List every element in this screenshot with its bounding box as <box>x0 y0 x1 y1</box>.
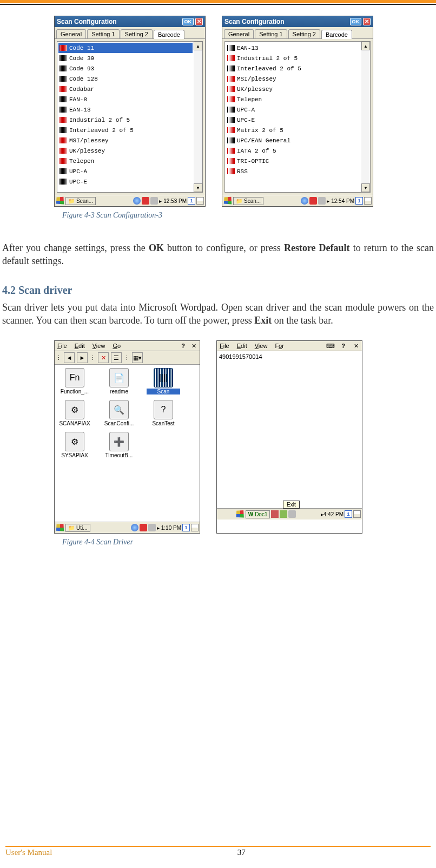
list-item[interactable]: UPC-A <box>58 166 193 176</box>
file-icon[interactable]: ⚙SYSAPIAX <box>58 432 91 458</box>
close-button[interactable]: ✕ <box>363 18 371 25</box>
tray-icon[interactable] <box>280 510 287 518</box>
tray-icon[interactable] <box>271 510 279 518</box>
file-icon[interactable]: ➕TimeoutB... <box>102 432 136 458</box>
tray-icon[interactable] <box>150 197 158 205</box>
ok-button[interactable]: OK <box>350 18 362 25</box>
desktop-button[interactable] <box>364 197 372 205</box>
file-icon[interactable]: 📄readme <box>102 368 136 394</box>
list-item[interactable]: Code 39 <box>58 53 193 63</box>
tab-setting2[interactable]: Setting 2 <box>121 29 153 38</box>
menu-edit[interactable]: Edit <box>73 342 87 350</box>
tab-setting2[interactable]: Setting 2 <box>288 29 320 38</box>
forward-button[interactable]: ► <box>77 352 88 363</box>
menu-file[interactable]: File <box>56 342 69 350</box>
keyboard-button[interactable]: 1 <box>355 197 363 205</box>
close-button[interactable]: ✕ <box>191 343 196 350</box>
list-item[interactable]: Interleaved 2 of 5 <box>58 125 193 135</box>
start-icon[interactable] <box>56 196 64 205</box>
start-icon[interactable] <box>223 196 232 205</box>
tray-icon[interactable] <box>309 197 317 205</box>
scroll-track[interactable] <box>194 50 202 183</box>
list-item[interactable]: UPC-E <box>226 115 360 125</box>
file-icon[interactable]: ⚙SCANAPIAX <box>58 400 91 426</box>
list-item[interactable]: UPC-A <box>226 104 360 115</box>
list-item[interactable]: Industrial 2 of 5 <box>58 115 193 125</box>
scroll-up-button[interactable]: ▲ <box>194 42 202 50</box>
tab-barcode[interactable]: Barcode <box>154 30 184 39</box>
list-item[interactable]: IATA 2 of 5 <box>226 146 360 156</box>
list-item[interactable]: Industrial 2 of 5 <box>226 53 360 63</box>
desktop-button[interactable] <box>353 510 361 518</box>
scroll-down-button[interactable]: ▼ <box>361 183 370 192</box>
list-item[interactable]: UK/plessey <box>226 84 360 94</box>
help-icon[interactable]: ? <box>341 343 345 349</box>
list-item[interactable]: Code 93 <box>58 63 193 74</box>
menu-go[interactable]: Go <box>111 342 122 350</box>
keyboard-button[interactable]: 1 <box>188 197 195 205</box>
task-button[interactable]: 📁Scan... <box>233 197 263 205</box>
list-item[interactable]: UPC/EAN General <box>226 135 360 146</box>
scroll-track[interactable] <box>361 50 370 183</box>
file-icon[interactable]: ?ScanTest <box>147 400 180 426</box>
file-icon[interactable]: ||||Scan <box>147 368 180 394</box>
view-button[interactable]: ▦▾ <box>132 352 143 363</box>
scroll-down-button[interactable]: ▼ <box>194 183 202 192</box>
task-button[interactable]: 📁Scan... <box>65 197 96 205</box>
scrollbar[interactable]: ▲ ▼ <box>361 42 370 192</box>
tray-icon[interactable] <box>301 197 308 205</box>
help-icon[interactable]: ? <box>181 343 185 349</box>
menu-edit[interactable]: Edit <box>235 342 249 350</box>
close-button[interactable]: ✕ <box>354 343 359 350</box>
menu-view[interactable]: View <box>253 342 269 350</box>
list-item[interactable]: EAN-13 <box>58 104 193 115</box>
menu-format[interactable]: For <box>273 342 286 350</box>
desktop-button[interactable] <box>191 524 199 531</box>
list-item[interactable]: UK/plessey <box>58 146 193 156</box>
tab-general[interactable]: General <box>56 29 86 38</box>
document-area[interactable]: 4901991570014 <box>217 351 362 508</box>
list-item[interactable]: MSI/plessey <box>58 135 193 146</box>
keyboard-button[interactable]: 1 <box>345 510 352 518</box>
list-item[interactable]: Matrix 2 of 5 <box>226 125 360 135</box>
task-button[interactable]: WDoc1 <box>246 510 270 518</box>
file-icon[interactable]: FnFunction_... <box>58 368 91 394</box>
list-item[interactable]: EAN-13 <box>226 43 360 53</box>
tray-icon[interactable] <box>133 197 141 205</box>
desktop-button[interactable] <box>196 197 204 205</box>
list-item[interactable]: EAN-8 <box>58 94 193 104</box>
tray-icon[interactable] <box>148 524 156 531</box>
list-item[interactable]: Code 11 <box>58 43 193 53</box>
start-icon[interactable] <box>236 510 245 518</box>
keyboard-icon[interactable]: ⌨ <box>326 343 335 350</box>
list-item[interactable]: Telepen <box>226 94 360 104</box>
tab-setting1[interactable]: Setting 1 <box>255 29 287 38</box>
start-icon[interactable] <box>56 523 64 532</box>
tray-icon[interactable] <box>131 524 138 531</box>
tray-icon[interactable] <box>142 197 149 205</box>
properties-button[interactable]: ☰ <box>111 352 122 363</box>
delete-button[interactable]: ✕ <box>98 352 109 363</box>
scrollbar[interactable]: ▲ ▼ <box>194 42 202 192</box>
tab-setting1[interactable]: Setting 1 <box>87 29 119 38</box>
list-item[interactable]: Interleaved 2 of 5 <box>226 63 360 74</box>
tray-icon[interactable] <box>288 510 296 518</box>
keyboard-button[interactable]: 1 <box>182 524 190 531</box>
menu-view[interactable]: View <box>91 342 107 350</box>
file-icon[interactable]: 🔍ScanConfi... <box>102 400 136 426</box>
tab-barcode[interactable]: Barcode <box>321 30 352 39</box>
list-item[interactable]: Code 128 <box>58 74 193 84</box>
tray-icon[interactable] <box>140 524 147 531</box>
list-item[interactable]: Telepen <box>58 156 193 166</box>
ok-button[interactable]: OK <box>182 18 194 25</box>
list-item[interactable]: UPC-E <box>58 176 193 187</box>
close-button[interactable]: ✕ <box>195 18 203 25</box>
list-item[interactable]: Codabar <box>58 84 193 94</box>
list-item[interactable]: MSI/plessey <box>226 74 360 84</box>
task-button[interactable]: 📁Uti... <box>65 524 90 532</box>
list-item[interactable]: RSS <box>226 166 360 176</box>
back-button[interactable]: ◄ <box>64 352 75 363</box>
scroll-up-button[interactable]: ▲ <box>361 42 370 50</box>
list-item[interactable]: TRI-OPTIC <box>226 156 360 166</box>
tab-general[interactable]: General <box>224 29 254 38</box>
